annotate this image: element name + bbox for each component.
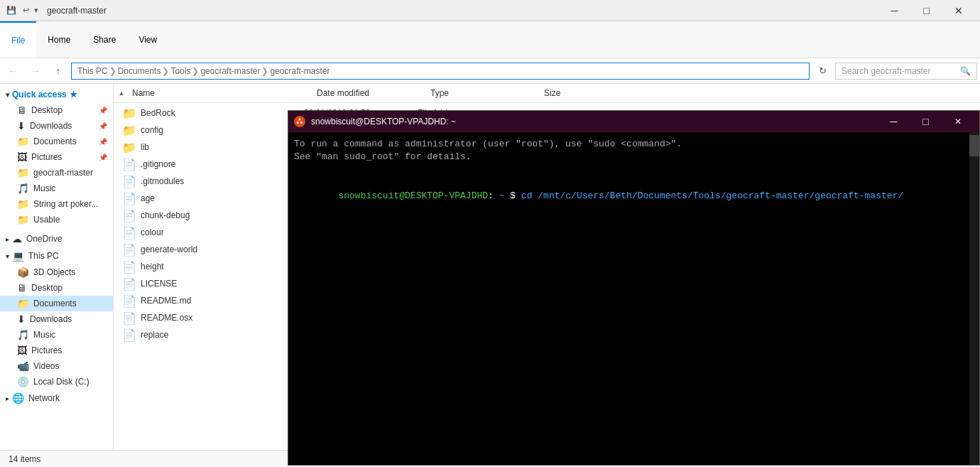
ribbon-tab-file[interactable]: File bbox=[0, 21, 36, 58]
sidebar-item-documents[interactable]: 📁 Documents 📌 bbox=[0, 134, 113, 149]
sidebar-onedrive-header[interactable]: ▸ ☁ OneDrive bbox=[0, 230, 113, 247]
file-icon-height: 📄 bbox=[122, 259, 136, 274]
sidebar-item-downloads2[interactable]: ⬇ Downloads bbox=[0, 311, 113, 327]
terminal-title: snowbiscuit@DESKTOP-VPAJDHD: ~ bbox=[311, 117, 878, 127]
folder-icon-lib: 📁 bbox=[122, 140, 136, 154]
ribbon: File Home Share View bbox=[0, 21, 980, 58]
ribbon-tab-share[interactable]: Share bbox=[82, 21, 127, 58]
terminal-prompt-path: ~ bbox=[494, 190, 505, 201]
terminal-maximize-button[interactable]: □ bbox=[910, 111, 942, 132]
terminal-scrollbar-thumb bbox=[969, 135, 979, 156]
title-bar-dropdown[interactable]: ▾ bbox=[34, 6, 38, 15]
pin-icon-2: 📌 bbox=[99, 122, 107, 130]
file-name-height: height bbox=[141, 262, 304, 272]
sidebar-item-music-label: Music bbox=[33, 183, 55, 193]
col-header-name[interactable]: Name bbox=[126, 84, 311, 102]
sidebar-item-usable[interactable]: 📁 Usable bbox=[0, 212, 113, 227]
file-name-bedrock: BedRock bbox=[141, 108, 304, 118]
address-path[interactable]: This PC ❯ Documents ❯ Tools ❯ geocraft-m… bbox=[71, 63, 810, 80]
file-icon-readme-osx: 📄 bbox=[122, 311, 136, 325]
sidebar-item-desktop2[interactable]: 🖥 Desktop bbox=[0, 280, 113, 296]
maximize-button[interactable]: □ bbox=[910, 0, 942, 21]
close-button[interactable]: ✕ bbox=[942, 0, 974, 21]
documents-icon: 📁 bbox=[17, 136, 29, 147]
file-icon-readme-md: 📄 bbox=[122, 294, 136, 308]
ribbon-tab-home[interactable]: Home bbox=[36, 21, 82, 58]
back-button[interactable]: ← bbox=[3, 61, 23, 81]
sidebar-item-3dobjects[interactable]: 📦 3D Objects bbox=[0, 264, 113, 280]
terminal-body[interactable]: To run a command as administrator (user … bbox=[288, 132, 979, 465]
music-icon-2: 🎵 bbox=[17, 329, 29, 340]
sidebar-music2-label: Music bbox=[33, 330, 55, 340]
terminal-prompt-user: snowbiscuit@DESKTOP-VPAJDHD bbox=[338, 190, 488, 201]
ribbon-tab-view[interactable]: View bbox=[127, 21, 168, 58]
terminal-line-2: See "man sudo_root" for details. bbox=[294, 151, 974, 163]
sidebar: ▾ Quick access ★ 🖥 Desktop 📌 ⬇ Downloads… bbox=[0, 84, 114, 450]
refresh-button[interactable]: ↻ bbox=[812, 61, 832, 81]
window-controls: ─ □ ✕ bbox=[878, 0, 974, 21]
sidebar-item-geocraft[interactable]: 📁 geocraft-master bbox=[0, 165, 113, 181]
sidebar-thispc-header[interactable]: ▾ 💻 This PC bbox=[0, 247, 113, 264]
terminal-close-button[interactable]: ✕ bbox=[942, 111, 974, 132]
sidebar-item-desktop[interactable]: 🖥 Desktop 📌 bbox=[0, 102, 113, 118]
sidebar-item-pictures2[interactable]: 🖼 Pictures bbox=[0, 343, 113, 358]
file-name-generate-world: generate-world bbox=[141, 245, 304, 254]
file-icon-gitignore: 📄 bbox=[122, 157, 136, 171]
sidebar-item-pictures[interactable]: 🖼 Pictures 📌 bbox=[0, 149, 113, 165]
desktop-icon-2: 🖥 bbox=[17, 282, 27, 294]
col-header-size[interactable]: Size bbox=[538, 84, 609, 102]
col-header-date[interactable]: Date modified bbox=[311, 84, 425, 102]
col-header-type[interactable]: Type bbox=[425, 84, 538, 102]
harddisk-icon: 💿 bbox=[17, 376, 29, 387]
sidebar-downloads2-label: Downloads bbox=[30, 314, 72, 324]
terminal-controls: ─ □ ✕ bbox=[878, 111, 974, 132]
svg-point-1 bbox=[299, 119, 301, 121]
sort-collapse-icon: ▲ bbox=[119, 90, 125, 97]
item-count: 14 items bbox=[9, 454, 40, 464]
file-name-gitignore: .gitignore bbox=[141, 159, 304, 169]
forward-button[interactable]: → bbox=[26, 61, 45, 81]
terminal-scrollbar[interactable] bbox=[969, 132, 979, 465]
terminal-blank-line bbox=[294, 163, 974, 176]
quick-access-toolbar: 💾 bbox=[6, 5, 17, 16]
downloads-icon: ⬇ bbox=[17, 120, 26, 131]
pictures-icon: 🖼 bbox=[17, 151, 27, 163]
sidebar-item-localdisk[interactable]: 💿 Local Disk (C:) bbox=[0, 374, 113, 390]
terminal-prompt-dollar: $ bbox=[504, 190, 521, 201]
up-button[interactable]: ↑ bbox=[48, 61, 68, 81]
sidebar-quick-access-header[interactable]: ▾ Quick access ★ bbox=[0, 87, 113, 102]
file-name-config: config bbox=[141, 125, 304, 135]
terminal-minimize-button[interactable]: ─ bbox=[878, 111, 910, 132]
sidebar-network-label: Network bbox=[28, 393, 60, 403]
sidebar-item-documents2[interactable]: 📁 Documents bbox=[0, 296, 113, 311]
sidebar-item-music[interactable]: 🎵 Music bbox=[0, 181, 113, 196]
sidebar-3dobjects-label: 3D Objects bbox=[33, 267, 75, 277]
file-name-gitmodules: .gitmodules bbox=[141, 176, 304, 186]
file-icon-license: 📄 bbox=[122, 277, 136, 291]
sidebar-item-music2[interactable]: 🎵 Music bbox=[0, 327, 113, 343]
documents-icon-2: 📁 bbox=[17, 298, 29, 309]
sidebar-network-header[interactable]: ▸ 🌐 Network bbox=[0, 390, 113, 407]
file-name-chunk-debug: chunk-debug bbox=[141, 210, 304, 220]
sidebar-item-downloads[interactable]: ⬇ Downloads 📌 bbox=[0, 118, 113, 134]
minimize-button[interactable]: ─ bbox=[878, 0, 910, 21]
sidebar-item-desktop-label: Desktop bbox=[31, 105, 62, 115]
file-name-colour: colour bbox=[141, 227, 304, 237]
file-name-replace: replace bbox=[141, 330, 304, 340]
title-bar-icon2: ↩ bbox=[20, 5, 31, 16]
chevron-right-icon: ▸ bbox=[6, 235, 9, 243]
svg-point-2 bbox=[300, 122, 303, 124]
file-name-age: age bbox=[141, 193, 304, 203]
file-name-readme-osx: README.osx bbox=[141, 313, 304, 323]
file-icon-chunk-debug: 📄 bbox=[122, 208, 136, 222]
window-title: geocraft-master bbox=[47, 6, 107, 16]
terminal-prompt-colon: : bbox=[488, 190, 494, 201]
search-box[interactable]: Search geocraft-master 🔍 bbox=[835, 63, 977, 80]
sidebar-item-videos[interactable]: 📹 Videos bbox=[0, 358, 113, 374]
terminal-command-text: cd /mnt/c/Users/Beth/Documents/Tools/geo… bbox=[521, 190, 903, 201]
folder-icon-bedrock: 📁 bbox=[122, 106, 136, 120]
pin-icon-3: 📌 bbox=[99, 138, 107, 146]
terminal-command-line: snowbiscuit@DESKTOP-VPAJDHD: ~ $ cd /mnt… bbox=[294, 177, 974, 216]
pin-icon: 📌 bbox=[99, 107, 107, 114]
sidebar-item-string-art[interactable]: 📁 String art poker... bbox=[0, 196, 113, 212]
